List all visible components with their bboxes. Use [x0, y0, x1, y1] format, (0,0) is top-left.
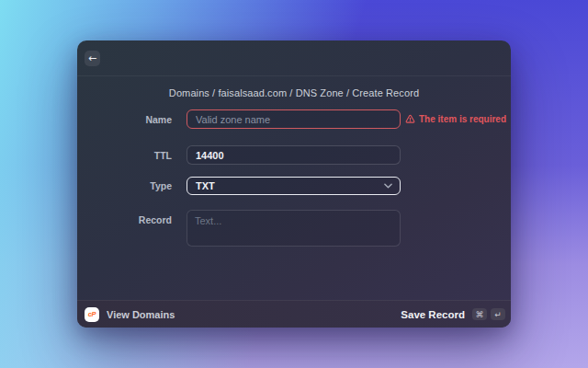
dialog-header: ← [77, 40, 511, 76]
ttl-input[interactable] [187, 145, 401, 165]
back-arrow-icon: ← [88, 53, 96, 63]
ttl-field-row: TTL [77, 145, 511, 165]
ttl-label: TTL [77, 150, 172, 161]
record-textarea[interactable] [187, 210, 401, 247]
name-label: Name [77, 114, 172, 125]
name-field-row: Name The item is required [77, 109, 511, 129]
record-field-row: Record [77, 210, 511, 247]
name-input[interactable] [187, 109, 401, 129]
type-select-value: TXT [196, 180, 215, 191]
shortcut-keys: ⌘ ↵ [472, 308, 505, 320]
chevron-down-icon [384, 183, 392, 189]
dialog-footer: cP View Domains Save Record ⌘ ↵ [77, 300, 511, 328]
warning-icon [405, 114, 415, 124]
record-label: Record [77, 210, 172, 225]
name-error: The item is required [405, 114, 506, 124]
breadcrumb: Domains / faisalsaad.com / DNS Zone / Cr… [77, 87, 511, 98]
create-record-dialog: ← Domains / faisalsaad.com / DNS Zone / … [77, 40, 511, 328]
back-button[interactable]: ← [85, 51, 100, 66]
type-label: Type [77, 180, 172, 191]
return-key-icon[interactable]: ↵ [491, 308, 505, 320]
cpanel-logo-icon[interactable]: cP [85, 307, 99, 322]
view-domains-link[interactable]: View Domains [107, 309, 175, 320]
cpanel-logo-text: cP [88, 310, 96, 318]
type-select[interactable]: TXT [187, 177, 401, 195]
command-key-icon[interactable]: ⌘ [472, 308, 487, 320]
error-text: The item is required [419, 114, 506, 124]
type-field-row: Type TXT [77, 177, 511, 195]
save-record-button[interactable]: Save Record [401, 309, 465, 320]
